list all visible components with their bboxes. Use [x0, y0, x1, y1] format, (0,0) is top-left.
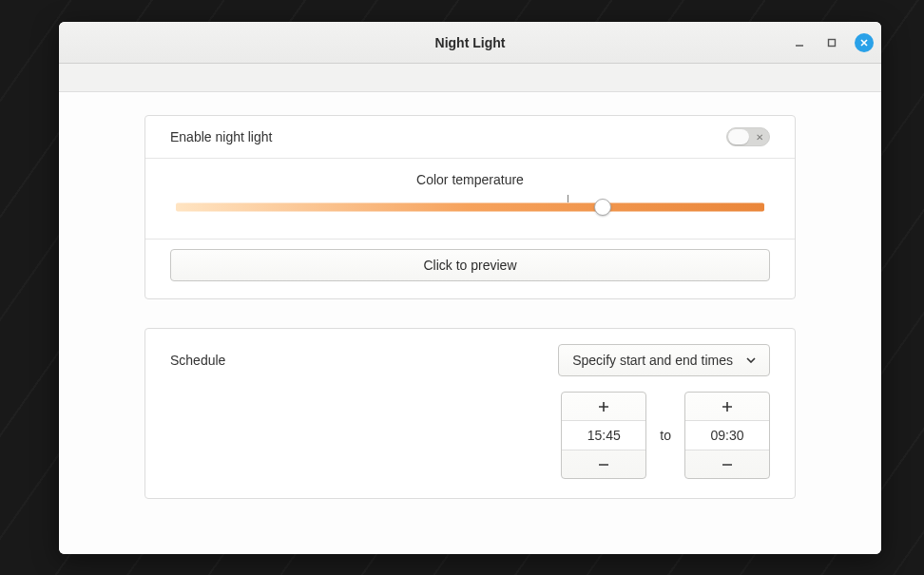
minus-icon	[597, 458, 610, 471]
enable-night-light-label: Enable night light	[170, 129, 272, 144]
minimize-icon	[794, 37, 805, 48]
slider-thumb[interactable]	[594, 199, 611, 216]
night-light-window: Night Light Enable night light ✕	[59, 22, 881, 554]
window-title: Night Light	[435, 35, 506, 50]
schedule-label: Schedule	[170, 353, 225, 368]
titlebar[interactable]: Night Light	[59, 22, 881, 64]
color-temperature-row: Color temperature	[145, 159, 795, 240]
svg-rect-1	[829, 39, 836, 46]
plus-icon	[721, 400, 734, 413]
preview-row: Click to preview	[145, 240, 795, 298]
close-button[interactable]	[855, 33, 874, 52]
preview-button[interactable]: Click to preview	[170, 249, 770, 281]
schedule-times-row: 15:45 to 09:30	[145, 392, 795, 498]
toggle-knob	[728, 129, 749, 144]
color-temperature-panel: Enable night light ✕ Color temperature C…	[144, 115, 796, 299]
header-strip	[59, 64, 881, 92]
schedule-panel: Schedule Specify start and end times 15:…	[144, 328, 796, 499]
close-icon	[859, 38, 869, 48]
enable-night-light-toggle[interactable]: ✕	[726, 127, 770, 146]
window-controls	[790, 22, 874, 63]
toggle-off-icon: ✕	[756, 132, 763, 143]
start-time-increment[interactable]	[562, 393, 645, 421]
minimize-button[interactable]	[790, 33, 809, 52]
chevron-down-icon	[746, 357, 756, 363]
start-time-decrement[interactable]	[562, 450, 645, 478]
start-time-value[interactable]: 15:45	[562, 421, 645, 450]
maximize-icon	[826, 37, 837, 48]
content-area: Enable night light ✕ Color temperature C…	[59, 92, 881, 554]
enable-row: Enable night light ✕	[145, 116, 795, 159]
end-time-stepper: 09:30	[684, 392, 770, 479]
slider-tick	[568, 195, 568, 202]
preview-button-label: Click to preview	[423, 258, 516, 273]
end-time-increment[interactable]	[685, 393, 769, 421]
start-time-stepper: 15:45	[561, 392, 646, 479]
to-label: to	[660, 428, 671, 443]
end-time-decrement[interactable]	[685, 450, 769, 478]
schedule-row: Schedule Specify start and end times	[145, 329, 795, 392]
color-temperature-slider[interactable]	[176, 197, 764, 218]
minus-icon	[721, 458, 734, 471]
maximize-button[interactable]	[822, 33, 841, 52]
schedule-mode-dropdown[interactable]: Specify start and end times	[558, 344, 770, 376]
schedule-mode-value: Specify start and end times	[572, 353, 733, 368]
plus-icon	[597, 400, 610, 413]
color-temperature-label: Color temperature	[170, 172, 770, 187]
slider-track	[176, 203, 764, 212]
end-time-value[interactable]: 09:30	[685, 421, 769, 450]
